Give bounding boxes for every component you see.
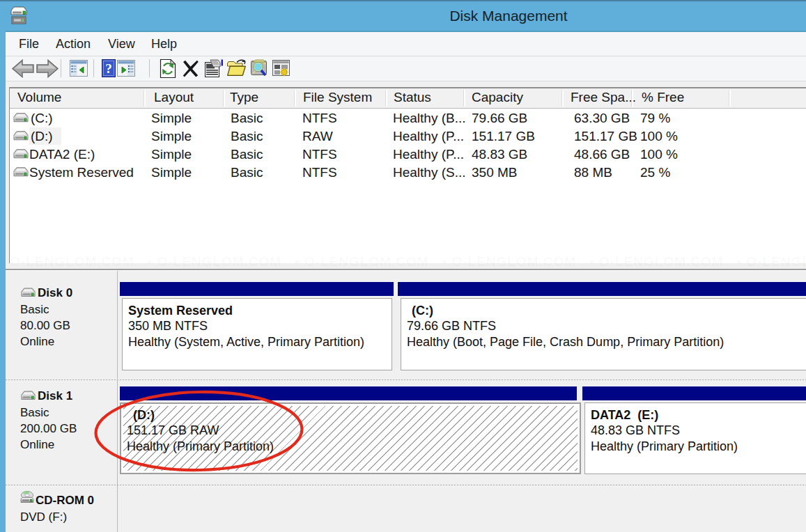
svg-text:?: ? [105,61,112,76]
